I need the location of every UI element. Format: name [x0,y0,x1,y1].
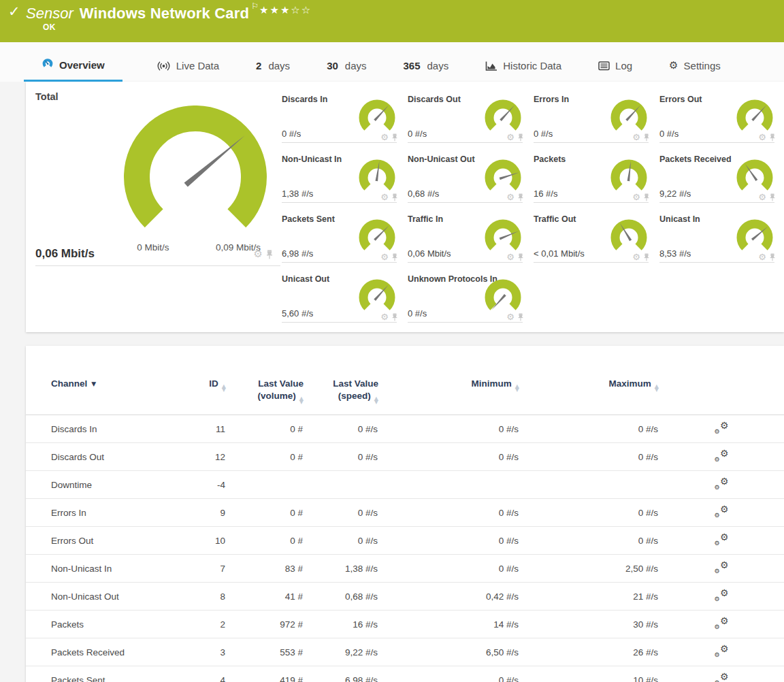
gear-icon[interactable]: ⚙ [506,312,514,321]
pin-icon[interactable] [643,193,650,201]
pin-icon[interactable] [643,133,650,142]
tab-365-days[interactable]: 365days [401,60,452,82]
mini-gauge-panel: Traffic Out < 0,01 Mbit/s ⚙ [532,208,658,268]
channel-name: Errors In [26,499,176,527]
channel-last-value-speed: 6,98 #/s [304,666,378,682]
gear-icon[interactable]: ⚙ [758,133,766,142]
gear-icon[interactable]: ⚙ [506,253,514,261]
pin-icon[interactable] [643,253,650,261]
broadcast-icon [157,61,171,71]
tab-live-data[interactable]: Live Data [154,60,222,82]
status-check-icon: ✓ [8,3,20,20]
gauge-scale-min: 0 Mbit/s [121,242,185,253]
pin-icon[interactable] [769,193,776,201]
channel-id: 12 [176,443,226,471]
channel-minimum: 14 #/s [378,611,519,638]
tab-log[interactable]: Log [595,60,635,82]
channel-minimum: 0 #/s [378,443,519,471]
priority-flag-icon[interactable]: ⚐ [251,1,259,11]
channel-last-value-volume: 83 # [226,555,304,583]
gear-icon[interactable]: ⚙ [506,193,514,201]
channel-settings-gears-icon[interactable]: ⚙⚙ [715,562,729,573]
channel-name: Discards In [26,415,176,443]
mini-gauge-value: 5,60 #/s [282,308,313,319]
channel-last-value-speed: 0 #/s [304,527,378,555]
channel-settings-gears-icon[interactable]: ⚙⚙ [715,534,729,545]
pin-icon[interactable] [391,133,398,142]
channel-minimum: 0 #/s [378,499,519,527]
channel-last-value-speed: 0 #/s [304,415,378,443]
channel-settings-gears-icon[interactable]: ⚙⚙ [715,673,729,682]
sensor-header: ✓ SensorWindows Network Card⚐ ★★★☆☆ OK [0,0,784,42]
channel-table-row[interactable]: Non-Unicast Out 8 41 # 0,68 #/s 0,42 #/s… [26,583,784,611]
channel-minimum: 0 #/s [378,415,519,443]
mini-gauge-panel: Unknown Protocols In 0 #/s ⚙ [406,268,532,328]
channel-table-row[interactable]: Discards In 11 0 # 0 #/s 0 #/s 0 #/s ⚙⚙ [26,415,784,443]
pin-icon[interactable] [265,250,274,259]
column-header-last-value-speed[interactable]: Last Value (speed)▲▼ [304,370,378,415]
gear-icon[interactable]: ⚙ [758,193,766,201]
channel-settings-gears-icon[interactable]: ⚙⚙ [715,589,729,601]
pin-icon[interactable] [769,133,776,142]
channel-last-value-speed: 9,22 #/s [304,638,378,666]
channel-settings-gears-icon[interactable]: ⚙⚙ [715,422,729,434]
mini-gauge-panel: Non-Unicast Out 0,68 #/s ⚙ [406,148,532,208]
channel-table-row[interactable]: Discards Out 12 0 # 0 #/s 0 #/s 0 #/s ⚙⚙ [26,443,784,471]
channel-table: Channel▼ ID▲▼ Last Value (volume)▲▼ Last… [26,370,784,682]
column-header-id[interactable]: ID▲▼ [176,370,226,415]
tab-historic-data[interactable]: Historic Data [483,60,564,82]
tab-2-days[interactable]: 2days [253,60,293,82]
mini-gauge-label: Non-Unicast Out [408,155,475,164]
channel-minimum: 6,50 #/s [378,638,519,666]
channel-table-row[interactable]: Non-Unicast In 7 83 # 1,38 #/s 0 #/s 2,5… [26,555,784,583]
gear-icon[interactable]: ⚙ [506,133,514,142]
channel-name: Packets Received [26,638,176,666]
column-header-maximum[interactable]: Maximum▲▼ [519,370,659,415]
mini-gauge-label: Discards In [282,95,327,104]
pin-icon[interactable] [517,313,524,321]
tab-bar: Overview Live Data 2days 30days 365days … [0,42,784,82]
channel-table-row[interactable]: Downtime -4 ⚙⚙ [26,471,784,499]
gear-icon[interactable]: ⚙ [254,249,263,259]
channel-table-row[interactable]: Errors Out 10 0 # 0 #/s 0 #/s 0 #/s ⚙⚙ [26,527,784,555]
channel-settings-gears-icon[interactable]: ⚙⚙ [715,617,729,629]
channel-settings-gears-icon[interactable]: ⚙⚙ [715,645,729,657]
pin-icon[interactable] [391,193,398,201]
column-header-minimum[interactable]: Minimum▲▼ [378,370,519,415]
gear-icon[interactable]: ⚙ [632,193,640,201]
pin-icon[interactable] [391,313,398,321]
channel-table-row[interactable]: Errors In 9 0 # 0 #/s 0 #/s 0 #/s ⚙⚙ [26,499,784,527]
priority-stars[interactable]: ★★★☆☆ [259,4,312,16]
gear-icon[interactable]: ⚙ [380,133,389,142]
mini-gauge-value: 0 #/s [534,129,553,139]
mini-gauge-label: Discards Out [408,95,461,104]
column-header-last-value-volume[interactable]: Last Value (volume)▲▼ [226,370,304,415]
channel-settings-gears-icon[interactable]: ⚙⚙ [715,506,729,517]
gear-icon[interactable]: ⚙ [758,253,766,261]
channel-id: 9 [176,499,226,527]
column-header-channel[interactable]: Channel▼ [26,370,176,415]
pin-icon[interactable] [517,253,524,261]
gear-icon[interactable]: ⚙ [632,253,640,261]
tab-30-days[interactable]: 30days [324,60,369,82]
gear-icon[interactable]: ⚙ [380,193,389,201]
gear-icon[interactable]: ⚙ [380,253,389,261]
mini-gauge-value: 6,98 #/s [282,248,313,259]
mini-gauge-label: Traffic In [408,214,443,224]
pin-icon[interactable] [769,253,776,261]
pin-icon[interactable] [517,133,524,142]
channel-name: Non-Unicast Out [26,583,176,611]
tab-overview[interactable]: Overview [24,58,122,82]
channel-table-row[interactable]: Packets 2 972 # 16 #/s 14 #/s 30 #/s ⚙⚙ [26,611,784,638]
channel-settings-gears-icon[interactable]: ⚙⚙ [715,478,729,489]
tab-settings[interactable]: ⚙ Settings [666,59,723,82]
pin-icon[interactable] [517,193,524,201]
mini-gauge-value: 0 #/s [282,129,301,139]
channel-table-row[interactable]: Packets Received 3 553 # 9,22 #/s 6,50 #… [26,638,784,666]
channel-settings-gears-icon[interactable]: ⚙⚙ [715,450,729,461]
mini-gauge-value: 0,06 Mbit/s [408,248,451,259]
gear-icon[interactable]: ⚙ [380,312,389,321]
channel-table-row[interactable]: Packets Sent 4 419 # 6,98 #/s 0 #/s 10 #… [26,666,784,682]
pin-icon[interactable] [391,253,398,261]
gear-icon[interactable]: ⚙ [632,133,640,142]
